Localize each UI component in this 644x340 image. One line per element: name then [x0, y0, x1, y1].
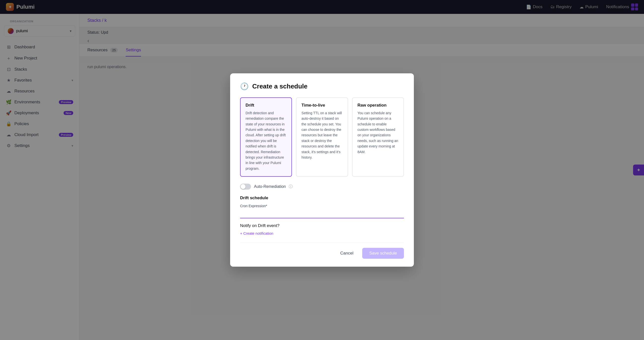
schedule-card-ttl[interactable]: Time-to-live Setting TTL on a stack will… — [296, 97, 348, 177]
drift-card-desc: Drift detection and remediation compare … — [246, 110, 286, 171]
save-schedule-button[interactable]: Save schedule — [362, 248, 404, 259]
auto-remediation-row: Auto-Remediation ⓘ — [240, 184, 404, 189]
raw-card-desc: You can schedule any Pulumi operation on… — [358, 110, 398, 155]
drift-card-title: Drift — [246, 103, 286, 108]
modal-footer: Cancel Save schedule — [240, 243, 404, 259]
cron-expression-input[interactable] — [240, 209, 404, 218]
create-schedule-modal: 🕐 Create a schedule Drift Drift detectio… — [230, 73, 414, 267]
cron-expression-label: Cron Expression* — [240, 204, 404, 208]
notify-drift-label: Notify on Drift event? — [240, 223, 404, 228]
modal-title-row: 🕐 Create a schedule — [240, 82, 404, 90]
modal-overlay[interactable]: 🕐 Create a schedule Drift Drift detectio… — [0, 0, 644, 340]
auto-remediation-label: Auto-Remediation — [254, 184, 286, 189]
drift-schedule-section-label: Drift schedule — [240, 195, 404, 200]
create-notification-button[interactable]: + Create notification — [240, 231, 273, 235]
schedule-clock-icon: 🕐 — [240, 82, 249, 90]
cron-expression-field: Cron Expression* — [240, 204, 404, 218]
raw-card-title: Raw operation — [358, 103, 398, 108]
schedule-card-raw[interactable]: Raw operation You can schedule any Pulum… — [352, 97, 404, 177]
schedule-card-drift[interactable]: Drift Drift detection and remediation co… — [240, 97, 292, 177]
ttl-card-title: Time-to-live — [302, 103, 342, 108]
auto-remediation-info-icon[interactable]: ⓘ — [289, 184, 293, 189]
auto-remediation-toggle[interactable] — [240, 184, 251, 189]
ttl-card-desc: Setting TTL on a stack will auto-destroy… — [302, 110, 342, 160]
modal-title: Create a schedule — [252, 83, 308, 90]
cancel-button[interactable]: Cancel — [336, 248, 358, 258]
schedule-type-cards: Drift Drift detection and remediation co… — [240, 97, 404, 177]
